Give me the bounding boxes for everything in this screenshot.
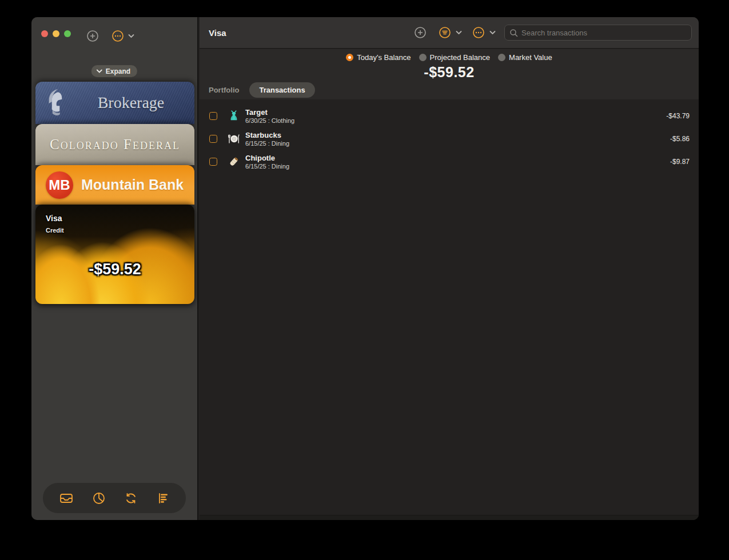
account-card-stack: Brokerage Colorado Federal MB Mountain B… — [35, 82, 194, 304]
expand-button-label: Expand — [106, 67, 130, 75]
filter-button[interactable] — [438, 26, 452, 39]
chevron-down-icon — [128, 34, 134, 38]
radio-icon[interactable] — [419, 54, 427, 61]
account-title: Visa — [209, 28, 226, 38]
app-window: Expand Brokerage Colorado Federal M — [31, 17, 699, 520]
ellipsis-circle-icon — [472, 26, 485, 39]
sync-button[interactable] — [124, 491, 138, 505]
account-card-brokerage[interactable]: Brokerage — [35, 82, 194, 124]
chevron-down-icon — [456, 30, 462, 35]
burrito-icon — [228, 155, 240, 168]
sidebar-more-button[interactable] — [111, 29, 125, 43]
balance-mode-projected[interactable]: Projected Balance — [419, 53, 491, 62]
transaction-row[interactable]: Chipotle 6/15/25 : Dining -$9.87 — [200, 150, 699, 173]
tab-portfolio[interactable]: Portfolio — [209, 82, 239, 98]
mountain-bank-logo: MB — [46, 171, 73, 199]
add-account-button[interactable] — [86, 29, 99, 43]
account-card-mountain-bank[interactable]: MB Mountain Bank — [35, 165, 194, 205]
trojan-helmet-icon — [43, 88, 67, 118]
dress-icon — [228, 110, 240, 122]
transaction-amount: -$5.86 — [670, 135, 690, 143]
search-field[interactable] — [504, 25, 692, 41]
plus-circle-icon — [86, 29, 99, 43]
transaction-detail: 6/15/25 : Dining — [245, 140, 289, 147]
current-balance: -$59.52 — [200, 64, 699, 81]
balance-mode-market[interactable]: Market Value — [498, 53, 552, 62]
expand-button[interactable]: Expand — [91, 65, 137, 77]
transaction-amount: -$9.87 — [670, 158, 690, 166]
account-type-badge: Credit — [46, 227, 64, 234]
main-panel: Visa — [200, 17, 699, 520]
chevron-down-icon — [489, 30, 496, 35]
main-more-button[interactable] — [472, 26, 485, 39]
main-more-chevron[interactable] — [489, 30, 496, 35]
close-window-button[interactable] — [41, 30, 48, 37]
balance-mode-label: Projected Balance — [430, 53, 491, 62]
sidebar-more-chevron[interactable] — [128, 34, 134, 38]
minimize-window-button[interactable] — [53, 30, 59, 37]
budget-button[interactable] — [156, 491, 170, 505]
transaction-checkbox[interactable] — [209, 112, 217, 120]
account-card-colorado-federal[interactable]: Colorado Federal — [35, 124, 194, 165]
tab-transactions[interactable]: Transactions — [249, 82, 314, 98]
account-card-visa[interactable]: Visa Credit -$59.52 — [35, 205, 194, 304]
transaction-row[interactable]: Target 6/30/25 : Clothing -$43.79 — [200, 105, 699, 127]
pie-chart-icon — [92, 491, 106, 505]
radio-selected-icon[interactable] — [346, 54, 353, 61]
account-name: Visa — [46, 214, 62, 223]
plus-circle-icon — [413, 26, 427, 39]
sidebar: Expand Brokerage Colorado Federal M — [31, 17, 198, 520]
account-name: Brokerage — [75, 94, 186, 112]
balance-mode-todays[interactable]: Today's Balance — [346, 53, 411, 62]
chevron-down-icon — [97, 69, 102, 73]
main-toolbar: Visa — [200, 17, 699, 49]
account-name: Colorado Federal — [35, 124, 194, 165]
sidebar-dock — [43, 483, 186, 513]
transaction-amount: -$43.79 — [666, 112, 690, 120]
balance-header: Today's Balance Projected Balance Market… — [200, 49, 699, 99]
sync-icon — [124, 491, 138, 505]
transaction-payee: Starbucks — [245, 131, 289, 139]
transaction-checkbox[interactable] — [209, 158, 217, 166]
reports-button[interactable] — [92, 491, 106, 505]
transaction-list: Target 6/30/25 : Clothing -$43.79 — [200, 105, 699, 173]
zoom-window-button[interactable] — [64, 30, 71, 37]
search-input[interactable] — [521, 29, 687, 37]
ellipsis-circle-icon — [111, 29, 125, 43]
dining-icon — [228, 133, 240, 145]
filter-circle-icon — [438, 26, 452, 39]
balance-mode-label: Market Value — [509, 53, 552, 62]
inbox-button[interactable] — [59, 491, 74, 505]
add-transaction-button[interactable] — [413, 26, 427, 39]
transaction-detail: 6/15/25 : Dining — [245, 163, 289, 170]
account-name: Mountain Bank — [81, 177, 184, 192]
transaction-payee: Chipotle — [245, 154, 289, 162]
account-balance: -$59.52 — [35, 261, 194, 278]
radio-icon[interactable] — [498, 54, 505, 61]
search-icon — [509, 29, 518, 37]
inbox-tray-icon — [59, 491, 74, 505]
window-controls — [41, 30, 71, 37]
main-bottom-edge — [200, 515, 699, 520]
balance-mode-group: Today's Balance Projected Balance Market… — [200, 53, 699, 62]
transaction-checkbox[interactable] — [209, 135, 217, 143]
view-tabs: Portfolio Transactions — [209, 82, 315, 98]
filter-chevron[interactable] — [456, 30, 462, 35]
transaction-row[interactable]: Starbucks 6/15/25 : Dining -$5.86 — [200, 127, 699, 150]
transaction-payee: Target — [245, 108, 294, 117]
balance-mode-label: Today's Balance — [357, 53, 411, 62]
transaction-detail: 6/30/25 : Clothing — [245, 117, 294, 124]
bar-chart-icon — [156, 491, 170, 505]
